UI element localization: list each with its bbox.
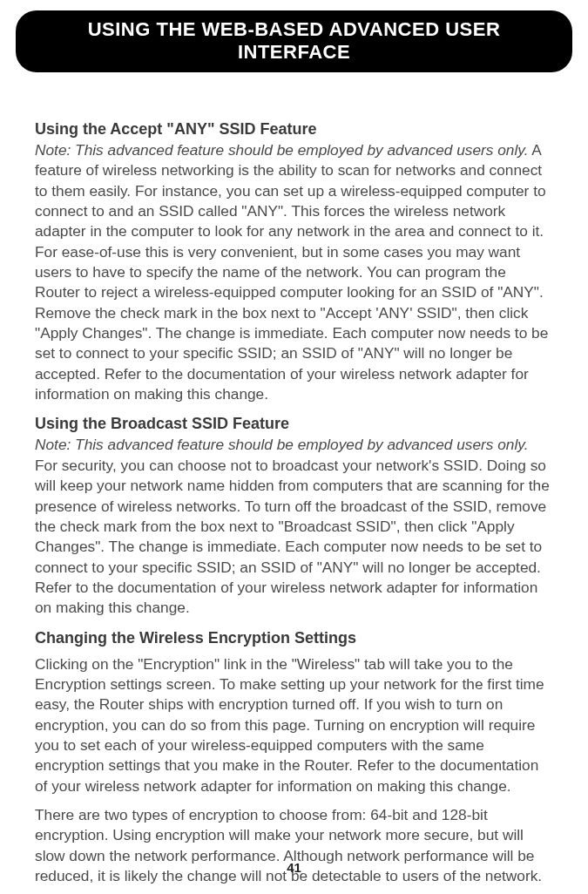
page-number: 41: [0, 860, 588, 875]
section-encryption-settings: Changing the Wireless Encryption Setting…: [35, 629, 553, 887]
section-body: Note: This advanced feature should be em…: [35, 140, 553, 404]
section-broadcast-ssid: Using the Broadcast SSID Feature Note: T…: [35, 415, 553, 618]
section-title: Using the Accept "ANY" SSID Feature: [35, 120, 553, 139]
note-text: Note: This advanced feature should be em…: [35, 141, 528, 159]
note-text: Note: This advanced feature should be em…: [35, 436, 528, 453]
page-header: USING THE WEB-BASED ADVANCED USER INTERF…: [16, 10, 572, 72]
section-accept-any-ssid: Using the Accept "ANY" SSID Feature Note…: [35, 120, 553, 404]
section-title: Using the Broadcast SSID Feature: [35, 415, 553, 433]
content-area: Using the Accept "ANY" SSID Feature Note…: [0, 72, 588, 886]
section-title: Changing the Wireless Encryption Setting…: [35, 629, 553, 647]
section-paragraph: Clicking on the "Encryption" link in the…: [35, 654, 553, 796]
body-text: For security, you can choose not to broa…: [35, 457, 550, 616]
body-text: A feature of wireless networking is the …: [35, 141, 548, 403]
section-body: Note: This advanced feature should be em…: [35, 435, 553, 618]
header-title: USING THE WEB-BASED ADVANCED USER INTERF…: [88, 18, 501, 63]
